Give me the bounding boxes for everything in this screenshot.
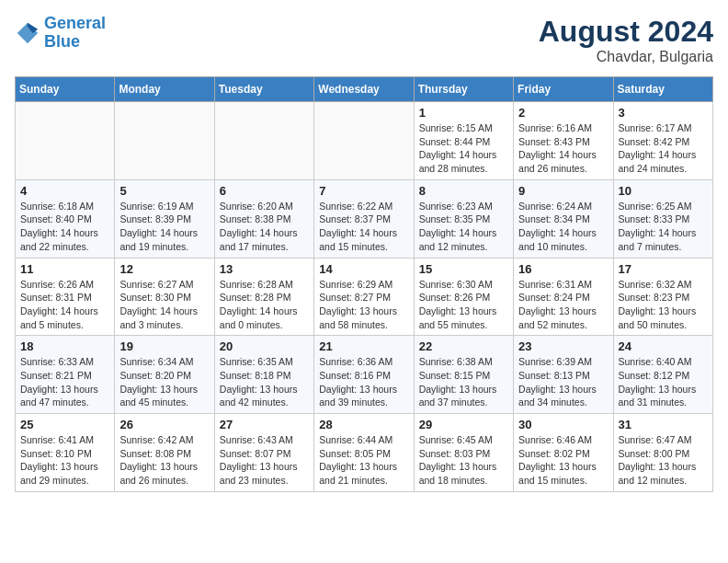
calendar-cell: 4Sunrise: 6:18 AM Sunset: 8:40 PM Daylig… bbox=[16, 179, 115, 258]
calendar-cell: 1Sunrise: 6:15 AM Sunset: 8:44 PM Daylig… bbox=[414, 102, 513, 180]
day-number: 24 bbox=[619, 339, 708, 353]
calendar-week-1: 1Sunrise: 6:15 AM Sunset: 8:44 PM Daylig… bbox=[16, 102, 713, 180]
weekday-header-thursday: Thursday bbox=[414, 77, 513, 102]
calendar-cell: 15Sunrise: 6:30 AM Sunset: 8:26 PM Dayli… bbox=[414, 258, 513, 336]
logo-icon bbox=[15, 20, 40, 46]
day-info: Sunrise: 6:22 AM Sunset: 8:37 PM Dayligh… bbox=[319, 200, 408, 254]
calendar-week-2: 4Sunrise: 6:18 AM Sunset: 8:40 PM Daylig… bbox=[16, 179, 713, 258]
calendar-cell: 16Sunrise: 6:31 AM Sunset: 8:24 PM Dayli… bbox=[514, 258, 613, 336]
day-info: Sunrise: 6:41 AM Sunset: 8:10 PM Dayligh… bbox=[20, 433, 109, 488]
weekday-header-sunday: Sunday bbox=[16, 77, 115, 102]
day-info: Sunrise: 6:33 AM Sunset: 8:21 PM Dayligh… bbox=[20, 355, 109, 409]
calendar-cell: 12Sunrise: 6:27 AM Sunset: 8:30 PM Dayli… bbox=[115, 258, 214, 336]
day-info: Sunrise: 6:28 AM Sunset: 8:28 PM Dayligh… bbox=[220, 278, 309, 332]
weekday-header-row: SundayMondayTuesdayWednesdayThursdayFrid… bbox=[16, 77, 713, 102]
day-info: Sunrise: 6:16 AM Sunset: 8:43 PM Dayligh… bbox=[518, 121, 608, 176]
calendar-cell: 20Sunrise: 6:35 AM Sunset: 8:18 PM Dayli… bbox=[214, 336, 313, 414]
calendar-cell: 13Sunrise: 6:28 AM Sunset: 8:28 PM Dayli… bbox=[214, 258, 313, 336]
day-number: 31 bbox=[619, 418, 708, 431]
day-number: 30 bbox=[518, 418, 608, 431]
day-number: 10 bbox=[619, 184, 708, 198]
day-info: Sunrise: 6:47 AM Sunset: 8:00 PM Dayligh… bbox=[619, 433, 708, 488]
day-number: 14 bbox=[319, 262, 408, 276]
day-info: Sunrise: 6:42 AM Sunset: 8:08 PM Dayligh… bbox=[119, 433, 209, 488]
calendar-cell bbox=[115, 102, 214, 180]
day-info: Sunrise: 6:39 AM Sunset: 8:13 PM Dayligh… bbox=[518, 355, 608, 409]
day-info: Sunrise: 6:36 AM Sunset: 8:16 PM Dayligh… bbox=[319, 355, 408, 409]
day-info: Sunrise: 6:34 AM Sunset: 8:20 PM Dayligh… bbox=[119, 355, 209, 409]
calendar-week-5: 25Sunrise: 6:41 AM Sunset: 8:10 PM Dayli… bbox=[16, 414, 713, 492]
day-number: 8 bbox=[419, 184, 508, 198]
day-number: 7 bbox=[319, 184, 408, 198]
title-block: August 2024 Chavdar, Bulgaria bbox=[539, 15, 713, 65]
day-number: 27 bbox=[220, 418, 309, 431]
day-number: 18 bbox=[20, 339, 109, 353]
calendar-table: SundayMondayTuesdayWednesdayThursdayFrid… bbox=[15, 76, 713, 492]
weekday-header-saturday: Saturday bbox=[613, 77, 712, 102]
weekday-header-monday: Monday bbox=[115, 77, 214, 102]
logo-text: General Blue bbox=[44, 15, 106, 52]
calendar-cell: 2Sunrise: 6:16 AM Sunset: 8:43 PM Daylig… bbox=[514, 102, 613, 180]
day-number: 28 bbox=[319, 418, 408, 431]
day-number: 23 bbox=[518, 339, 608, 353]
day-number: 3 bbox=[619, 106, 708, 120]
calendar-cell: 31Sunrise: 6:47 AM Sunset: 8:00 PM Dayli… bbox=[613, 414, 712, 492]
day-info: Sunrise: 6:19 AM Sunset: 8:39 PM Dayligh… bbox=[119, 200, 209, 254]
location: Chavdar, Bulgaria bbox=[539, 49, 713, 65]
day-info: Sunrise: 6:43 AM Sunset: 8:07 PM Dayligh… bbox=[220, 433, 309, 488]
weekday-header-tuesday: Tuesday bbox=[214, 77, 313, 102]
calendar-week-3: 11Sunrise: 6:26 AM Sunset: 8:31 PM Dayli… bbox=[16, 258, 713, 336]
day-info: Sunrise: 6:17 AM Sunset: 8:42 PM Dayligh… bbox=[619, 121, 708, 176]
day-info: Sunrise: 6:35 AM Sunset: 8:18 PM Dayligh… bbox=[220, 355, 309, 409]
day-number: 26 bbox=[119, 418, 209, 431]
day-info: Sunrise: 6:27 AM Sunset: 8:30 PM Dayligh… bbox=[119, 278, 209, 332]
calendar-cell: 5Sunrise: 6:19 AM Sunset: 8:39 PM Daylig… bbox=[115, 179, 214, 258]
calendar-cell: 21Sunrise: 6:36 AM Sunset: 8:16 PM Dayli… bbox=[314, 336, 414, 414]
day-info: Sunrise: 6:15 AM Sunset: 8:44 PM Dayligh… bbox=[419, 121, 508, 176]
day-number: 17 bbox=[619, 262, 708, 276]
calendar-cell: 18Sunrise: 6:33 AM Sunset: 8:21 PM Dayli… bbox=[16, 336, 115, 414]
day-info: Sunrise: 6:46 AM Sunset: 8:02 PM Dayligh… bbox=[518, 433, 608, 488]
day-number: 5 bbox=[119, 184, 209, 198]
day-info: Sunrise: 6:26 AM Sunset: 8:31 PM Dayligh… bbox=[20, 278, 109, 332]
day-number: 22 bbox=[419, 339, 508, 353]
day-info: Sunrise: 6:25 AM Sunset: 8:33 PM Dayligh… bbox=[619, 200, 708, 254]
calendar-cell: 27Sunrise: 6:43 AM Sunset: 8:07 PM Dayli… bbox=[214, 414, 313, 492]
calendar-cell: 6Sunrise: 6:20 AM Sunset: 8:38 PM Daylig… bbox=[214, 179, 313, 258]
day-info: Sunrise: 6:31 AM Sunset: 8:24 PM Dayligh… bbox=[518, 278, 608, 332]
calendar-week-4: 18Sunrise: 6:33 AM Sunset: 8:21 PM Dayli… bbox=[16, 336, 713, 414]
calendar-cell bbox=[16, 102, 115, 180]
day-number: 15 bbox=[419, 262, 508, 276]
calendar-cell: 23Sunrise: 6:39 AM Sunset: 8:13 PM Dayli… bbox=[514, 336, 613, 414]
day-number: 1 bbox=[419, 106, 508, 120]
day-info: Sunrise: 6:18 AM Sunset: 8:40 PM Dayligh… bbox=[20, 200, 109, 254]
day-number: 2 bbox=[518, 106, 608, 120]
calendar-cell: 11Sunrise: 6:26 AM Sunset: 8:31 PM Dayli… bbox=[16, 258, 115, 336]
day-number: 29 bbox=[419, 418, 508, 431]
day-info: Sunrise: 6:30 AM Sunset: 8:26 PM Dayligh… bbox=[419, 278, 508, 332]
day-info: Sunrise: 6:32 AM Sunset: 8:23 PM Dayligh… bbox=[619, 278, 708, 332]
calendar-cell: 26Sunrise: 6:42 AM Sunset: 8:08 PM Dayli… bbox=[115, 414, 214, 492]
calendar-cell: 8Sunrise: 6:23 AM Sunset: 8:35 PM Daylig… bbox=[414, 179, 513, 258]
calendar-cell: 29Sunrise: 6:45 AM Sunset: 8:03 PM Dayli… bbox=[414, 414, 513, 492]
weekday-header-wednesday: Wednesday bbox=[314, 77, 414, 102]
day-info: Sunrise: 6:44 AM Sunset: 8:05 PM Dayligh… bbox=[319, 433, 408, 488]
calendar-cell bbox=[214, 102, 313, 180]
day-info: Sunrise: 6:20 AM Sunset: 8:38 PM Dayligh… bbox=[220, 200, 309, 254]
day-number: 4 bbox=[20, 184, 109, 198]
day-number: 21 bbox=[319, 339, 408, 353]
day-info: Sunrise: 6:45 AM Sunset: 8:03 PM Dayligh… bbox=[419, 433, 508, 488]
weekday-header-friday: Friday bbox=[514, 77, 613, 102]
calendar-cell: 17Sunrise: 6:32 AM Sunset: 8:23 PM Dayli… bbox=[613, 258, 712, 336]
calendar-cell: 30Sunrise: 6:46 AM Sunset: 8:02 PM Dayli… bbox=[514, 414, 613, 492]
day-number: 20 bbox=[220, 339, 309, 353]
calendar-cell: 7Sunrise: 6:22 AM Sunset: 8:37 PM Daylig… bbox=[314, 179, 414, 258]
page-header: General Blue August 2024 Chavdar, Bulgar… bbox=[15, 15, 713, 65]
day-number: 25 bbox=[20, 418, 109, 431]
calendar-cell: 10Sunrise: 6:25 AM Sunset: 8:33 PM Dayli… bbox=[613, 179, 712, 258]
day-number: 16 bbox=[518, 262, 608, 276]
day-number: 11 bbox=[20, 262, 109, 276]
day-info: Sunrise: 6:23 AM Sunset: 8:35 PM Dayligh… bbox=[419, 200, 508, 254]
day-number: 19 bbox=[119, 339, 209, 353]
calendar-cell: 24Sunrise: 6:40 AM Sunset: 8:12 PM Dayli… bbox=[613, 336, 712, 414]
